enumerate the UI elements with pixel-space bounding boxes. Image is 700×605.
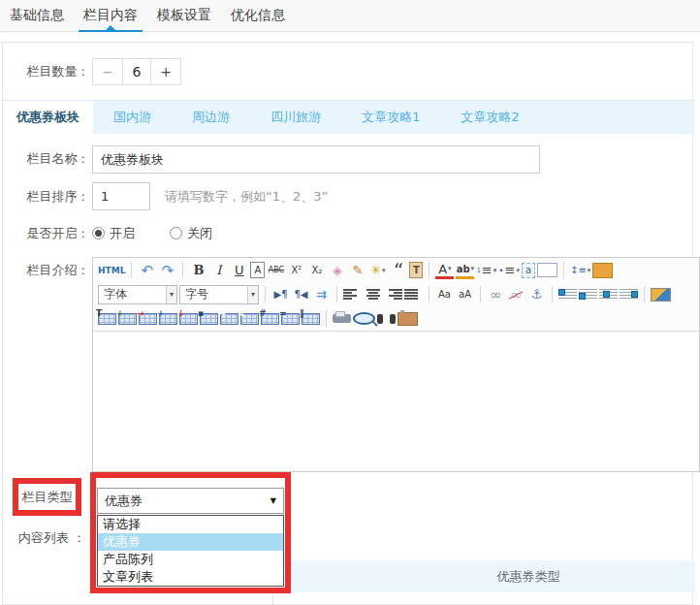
char-border-icon[interactable]: A [250, 262, 265, 278]
to-uppercase-icon[interactable]: Aa [435, 285, 454, 304]
stepper-value: 6 [123, 59, 150, 84]
clipped-right-icon[interactable] [592, 263, 613, 278]
column-name-label: 栏目名称 : [0, 145, 85, 173]
strikethrough-icon[interactable]: ABC [267, 261, 285, 280]
editor-toolbar: HTML↶↷BIUAABCX²X₂◈✎✳▾“TA▾ab▾≡▾≡▾a↕≡▾ 字体▾… [93, 258, 699, 332]
superscript-icon[interactable]: X² [287, 261, 305, 280]
subtab-article-guide-2[interactable]: 文章攻略2 [440, 101, 539, 134]
link-icon[interactable]: ∞ [487, 285, 505, 304]
tab-basic-info[interactable]: 基础信息 [0, 0, 74, 31]
redo-icon[interactable]: ↷ [158, 261, 176, 280]
toolbar-separator [563, 262, 564, 278]
ordered-list-icon[interactable]: ≡▾ [476, 261, 496, 280]
editor-content-area[interactable] [93, 332, 699, 470]
column-order-label: 栏目排序 : [0, 182, 85, 210]
toolbar-separator [182, 262, 183, 278]
paragraph-ltr-icon[interactable]: ▶¶ [271, 285, 290, 304]
option-article-list[interactable]: 文章列表 [98, 568, 283, 586]
option-product-display[interactable]: 产品陈列 [98, 551, 283, 568]
auto-typeset-icon[interactable]: ✳▾ [368, 261, 387, 280]
format-brush-icon[interactable]: ✎ [348, 261, 366, 280]
unlink-icon[interactable]: ∞ [507, 285, 525, 304]
insert-image-icon[interactable] [651, 288, 671, 302]
radio-on[interactable] [92, 227, 105, 239]
html-source-icon[interactable]: HTML [98, 261, 125, 280]
print-icon[interactable] [333, 314, 351, 323]
radio-on-label: 开启 [110, 220, 135, 247]
full-border-icon[interactable]: # [261, 313, 279, 325]
stepper-plus-button[interactable]: + [150, 59, 180, 84]
unordered-list-icon[interactable]: ≡▾ [498, 261, 520, 280]
font-family-select[interactable]: 字体▾ [98, 285, 177, 304]
page: 基础信息 栏目内容 模板设置 优化信息 栏目数量 : − 6 + 优惠券板块 国… [0, 0, 700, 605]
column-type-select[interactable]: 优惠券 ▼ [97, 488, 284, 514]
enabled-label: 是否开启 : [0, 220, 85, 247]
to-lowercase-icon[interactable]: aA [456, 285, 474, 304]
stepper-minus-button[interactable]: − [93, 59, 123, 84]
tab-optimization-info[interactable]: 优化信息 [221, 0, 295, 31]
subtab-article-guide-1[interactable]: 文章攻略1 [341, 101, 440, 134]
align-center-icon[interactable] [364, 289, 382, 300]
insert-col-icon[interactable]: + [159, 313, 177, 325]
toolbar-row-2: 字体▾字号▾▶¶¶◀⇉AaaA∞∞⚓ [93, 282, 699, 306]
subtab-domestic-travel[interactable]: 国内游 [93, 101, 172, 134]
column-count-stepper: − 6 + [92, 58, 181, 85]
undo-icon[interactable]: ↶ [138, 261, 156, 280]
paragraph-rtl-icon[interactable]: ¶◀ [292, 285, 310, 304]
content-list-label: 内容列表 ： [0, 525, 85, 552]
align-right-icon[interactable] [384, 289, 402, 300]
tab-column-content[interactable]: 栏目内容 [74, 0, 147, 31]
align-left-icon[interactable] [343, 289, 362, 300]
font-color-icon[interactable]: A▾ [435, 262, 454, 279]
search-replace-icon[interactable] [377, 314, 396, 324]
toolbar-separator [429, 262, 430, 278]
delete-col-icon[interactable]: ↓ [179, 313, 198, 325]
align-justify-icon[interactable] [404, 289, 423, 300]
insert-row-icon[interactable]: + [118, 313, 137, 325]
italic-icon[interactable]: I [209, 261, 228, 280]
table-column-divider [272, 592, 273, 605]
toolbar-separator [326, 310, 327, 327]
new-page-icon[interactable] [537, 263, 557, 277]
column-type-option-list: 请选择 优惠券 产品陈列 文章列表 [97, 515, 284, 587]
split-to-cols-icon[interactable]: ↓ [240, 313, 259, 325]
paste-as-text-icon[interactable]: T [409, 262, 423, 278]
anchor-icon[interactable]: ⚓ [527, 285, 546, 304]
image-align-inline-icon[interactable] [579, 289, 597, 301]
underline-icon[interactable]: U [230, 261, 248, 280]
paste-icon[interactable] [398, 312, 418, 326]
anchor-style-icon[interactable]: a [522, 263, 535, 278]
merge-cells-icon[interactable]: ▪ [200, 313, 218, 325]
eraser-icon[interactable]: ◈ [328, 261, 346, 280]
subtab-nearby-travel[interactable]: 周边游 [172, 101, 250, 134]
option-coupon[interactable]: 优惠券 [98, 533, 283, 551]
image-align-left-icon[interactable] [558, 289, 577, 301]
preview-icon[interactable] [353, 312, 375, 325]
toolbar-row-1: HTML↶↷BIUAABCX²X₂◈✎✳▾“TA▾ab▾≡▾≡▾a↕≡▾ [93, 258, 699, 282]
subtab-sichuan-travel[interactable]: 四川旅游 [250, 101, 341, 134]
bold-icon[interactable]: B [189, 261, 207, 280]
radio-off[interactable] [170, 227, 182, 239]
subscript-icon[interactable]: X₂ [307, 261, 326, 280]
col-border-icon[interactable]: ‖ [302, 313, 320, 325]
indent-icon[interactable]: ⇉ [312, 285, 331, 304]
column-name-input[interactable]: 优惠券板块 [92, 145, 540, 174]
delete-row-icon[interactable]: → [139, 313, 157, 325]
column-type-label: 栏目类型 [22, 489, 73, 506]
tab-template-settings[interactable]: 模板设置 [147, 0, 221, 31]
row-border-icon[interactable]: = [281, 313, 300, 325]
font-size-select[interactable]: 字号▾ [179, 285, 259, 304]
image-align-right-icon[interactable] [620, 289, 638, 301]
insert-table-icon[interactable]: T [98, 313, 116, 325]
highlight-color-icon[interactable]: ab▾ [456, 262, 474, 279]
table-header-coupon-type: 优惠券类型 [422, 560, 635, 592]
line-spacing-icon[interactable]: ↕≡▾ [570, 261, 590, 280]
column-order-input[interactable]: 1 [92, 182, 150, 210]
subtab-coupon-board[interactable]: 优惠券板块 [3, 101, 93, 134]
image-align-center-icon[interactable] [599, 289, 618, 301]
option-please-select[interactable]: 请选择 [98, 516, 283, 533]
section-tab-bar: 优惠券板块 国内游 周边游 四川旅游 文章攻略1 文章攻略2 [3, 100, 694, 134]
blockquote-icon[interactable]: “ [389, 266, 407, 275]
split-to-rows-icon[interactable]: → [220, 313, 239, 325]
toolbar-separator [131, 262, 132, 278]
